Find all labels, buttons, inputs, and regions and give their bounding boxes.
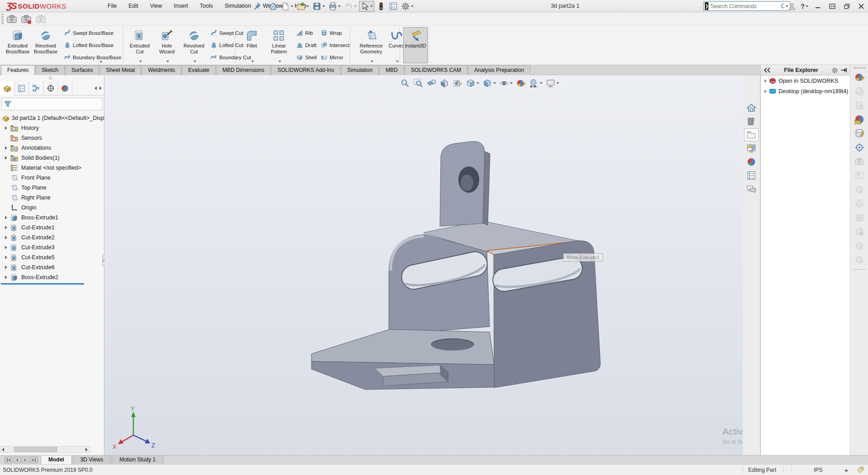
tab-mbd[interactable]: MBD (379, 65, 404, 75)
home-button[interactable] (268, 1, 278, 12)
tab-displaymanager[interactable] (58, 81, 72, 95)
tree-root-part[interactable]: 3d part2a 1 (Default<<Default>_Displ (0, 113, 104, 123)
pin-panel-icon[interactable] (840, 67, 847, 73)
tab-features[interactable]: Features (1, 65, 35, 75)
expander-icon[interactable] (5, 216, 7, 219)
lofted-boss-base-button[interactable]: Lofted Boss/Base (62, 40, 115, 50)
tree-item-boss-extrude2[interactable]: Boss-Extrude2 (0, 272, 104, 282)
reference-geometry-button[interactable]: ReferenceGeometry (357, 27, 385, 63)
extruded-cut-button[interactable]: ExtrudedCut (127, 27, 153, 63)
swept-boss-base-button[interactable]: Swept Boss/Base (62, 28, 115, 38)
wrap-button[interactable]: Wrap (319, 28, 343, 38)
dropdown-caret-icon[interactable] (806, 5, 808, 7)
new-document-button[interactable] (280, 1, 294, 12)
expander-icon[interactable] (5, 266, 7, 269)
units-dropdown-caret-icon[interactable] (844, 469, 848, 471)
tree-item-front-plane[interactable]: Front Plane (0, 173, 104, 183)
minimize-button[interactable] (813, 2, 823, 11)
toolbar-grip[interactable] (854, 67, 865, 69)
hole-wizard-button[interactable]: HoleWizard (154, 27, 180, 63)
boundary-boss-base-button[interactable]: Boundary Boss/Base (62, 52, 123, 62)
revolved-boss-base-button[interactable]: RevolvedBoss/Base (33, 27, 59, 63)
dropdown-caret-icon[interactable] (166, 61, 169, 62)
open-material-database-icon[interactable] (854, 128, 865, 139)
menu-simulation[interactable]: Simulation (219, 0, 257, 12)
pin-menu-icon[interactable] (253, 2, 261, 10)
tab-evaluate[interactable]: Evaluate (182, 65, 216, 75)
dropdown-caret-icon[interactable] (371, 61, 373, 62)
tab-3d-views[interactable]: 3D Views (73, 456, 111, 465)
status-unit-system[interactable]: IPS (814, 467, 822, 473)
menu-tools[interactable]: Tools (194, 0, 219, 12)
tab-propertymanager[interactable] (14, 81, 29, 95)
graphics-viewport[interactable]: Boss-Extrude1 Y X Z (104, 75, 743, 455)
custom-properties-tab[interactable] (744, 169, 759, 182)
shell-button[interactable]: Shell (295, 52, 318, 62)
toolbar-grip[interactable] (1, 14, 4, 24)
tab-sheet-metal[interactable]: Sheet Metal (99, 65, 141, 75)
menu-insert[interactable]: Insert (168, 0, 194, 12)
next-tab-button[interactable] (22, 456, 29, 463)
tab-configurationmanager[interactable] (29, 81, 43, 95)
expander-icon[interactable] (5, 236, 7, 239)
expander-icon[interactable] (5, 256, 7, 259)
mirror-button[interactable]: Mirror (319, 52, 344, 62)
tab-surfaces[interactable]: Surfaces (65, 65, 99, 75)
instant3d-button[interactable]: Instant3D (403, 27, 428, 63)
scrollbar-thumb[interactable] (14, 447, 57, 452)
dropdown-caret-icon[interactable] (396, 61, 399, 62)
expander-icon[interactable] (5, 156, 7, 160)
tag-icon[interactable] (856, 466, 864, 474)
screen-capture-icon[interactable] (6, 14, 17, 24)
dropdown-caret-icon[interactable] (322, 5, 325, 7)
search-icon[interactable] (780, 3, 784, 10)
file-explorer-tab[interactable] (744, 128, 759, 141)
dropdown-caret-icon[interactable] (278, 61, 281, 62)
search-input[interactable] (710, 3, 780, 10)
collapse-panel-icon[interactable] (764, 67, 771, 73)
dropdown-caret-icon[interactable] (99, 61, 102, 63)
tab-mbd-dimensions[interactable]: MBD Dimensions (216, 65, 271, 75)
tab-solidworks-cam[interactable]: SOLIDWORKS CAM (405, 65, 467, 75)
user-account-icon[interactable] (788, 2, 796, 10)
dropdown-caret-icon[interactable] (338, 5, 341, 7)
last-tab-button[interactable] (30, 456, 38, 463)
save-button[interactable] (311, 1, 326, 12)
file-properties-button[interactable] (388, 1, 399, 12)
close-button[interactable] (856, 2, 866, 11)
solidworks-resources-tab[interactable] (744, 101, 759, 114)
tab-analysis-preparation[interactable]: Analysis Preparation (468, 65, 530, 75)
gear-icon[interactable] (831, 67, 838, 74)
select-tool-button[interactable] (359, 1, 374, 12)
dropdown-caret-icon[interactable] (139, 61, 142, 62)
print-button[interactable] (327, 1, 342, 12)
menu-view[interactable]: View (144, 0, 168, 12)
rollback-bar[interactable] (1, 283, 84, 285)
file-explorer-item-desktop[interactable]: Desktop (desktop-nm189t4) (761, 86, 850, 96)
dropdown-caret-icon[interactable] (193, 61, 196, 62)
file-explorer-item-open-in-solidworks[interactable]: Open in SOLIDWORKS (761, 76, 850, 86)
pick-target-icon[interactable] (854, 142, 865, 153)
expander-icon[interactable] (764, 90, 767, 93)
draft-button[interactable]: Draft (295, 40, 318, 50)
fillet-button[interactable]: Fillet (239, 27, 265, 63)
tab-simulation[interactable]: Simulation (341, 65, 379, 75)
dropdown-caret-icon[interactable] (307, 5, 309, 7)
tab-dimxpertmanager[interactable] (43, 81, 58, 95)
record-video-icon[interactable] (21, 14, 32, 24)
tree-item-boss-extrude1[interactable]: Boss-Extrude1 (0, 213, 104, 223)
scroll-tabs-right-icon[interactable] (99, 86, 102, 90)
search-commands-box[interactable]: ❯ (703, 1, 790, 11)
panel-splitter-dot[interactable] (49, 76, 52, 80)
tree-item-top-plane[interactable]: Top Plane (0, 183, 104, 193)
expander-icon[interactable] (5, 226, 7, 229)
restore-window-button[interactable] (842, 2, 852, 11)
edit-scene-icon[interactable] (854, 114, 865, 125)
dropdown-caret-icon[interactable] (370, 5, 373, 7)
expander-icon[interactable] (5, 126, 7, 130)
view-palette-tab[interactable] (744, 142, 759, 155)
scroll-left-icon[interactable] (2, 448, 4, 451)
tab-motion-study-1[interactable]: Motion Study 1 (112, 456, 163, 465)
options-button[interactable] (400, 1, 415, 12)
rib-button[interactable]: Rib (295, 28, 314, 38)
